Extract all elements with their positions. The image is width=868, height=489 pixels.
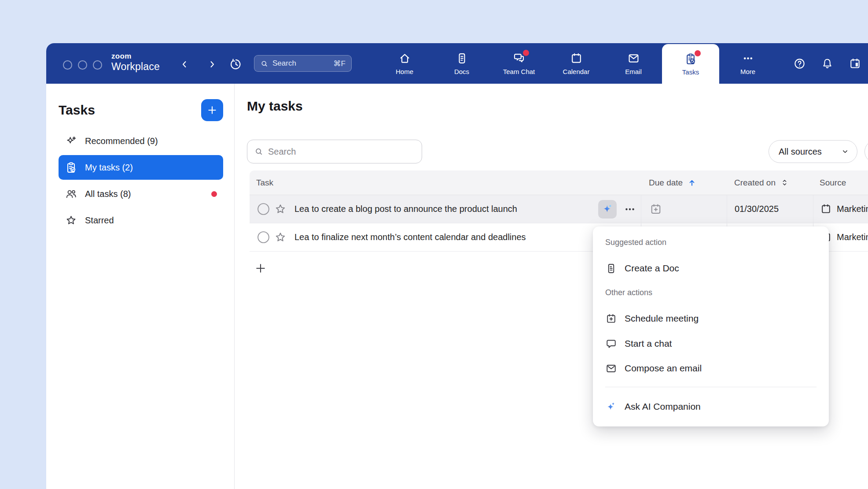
menu-item-schedule-meeting[interactable]: Schedule meeting <box>605 308 817 329</box>
task-checkbox[interactable] <box>257 230 270 244</box>
task-row[interactable]: Lea to create a blog post to announce th… <box>250 195 868 223</box>
sidebar-list: Recommended (9) My tasks (2) <box>59 129 223 233</box>
global-search[interactable]: ⌘F <box>254 55 352 72</box>
star-icon[interactable] <box>274 203 287 216</box>
column-label: Created on <box>734 178 776 188</box>
all-tasks-badge <box>211 191 217 197</box>
nav-label: Home <box>396 68 413 75</box>
created-on-cell: 01/30/2025 <box>727 195 813 223</box>
nav-item-calendar[interactable]: Calendar <box>548 43 605 84</box>
nav-item-more[interactable]: More <box>719 43 776 84</box>
notifications-button[interactable] <box>820 57 834 70</box>
window-controls <box>63 60 102 70</box>
column-header-due-date[interactable]: Due date <box>641 178 727 188</box>
brand-text: zoom <box>111 52 160 60</box>
global-search-input[interactable] <box>272 59 321 68</box>
sidebar-item-starred[interactable]: Starred <box>59 208 223 233</box>
chevron-down-icon <box>841 148 849 156</box>
calendar-icon <box>820 203 832 215</box>
plus-icon <box>254 262 267 275</box>
add-task-button[interactable] <box>253 261 268 276</box>
menu-item-ask-ai-companion[interactable]: Ask AI Companion <box>605 396 817 417</box>
app-bar-actions <box>793 57 861 70</box>
star-icon[interactable] <box>274 231 287 244</box>
sidebar-item-recommended[interactable]: Recommended (9) <box>59 129 223 153</box>
help-button[interactable] <box>793 57 806 70</box>
task-title: Lea to finalize next month’s content cal… <box>294 232 526 242</box>
nav-label: More <box>740 68 755 75</box>
menu-item-compose-email[interactable]: Compose an email <box>605 358 817 379</box>
column-header-task[interactable]: Task <box>250 178 641 188</box>
forward-button[interactable] <box>206 58 219 71</box>
nav-item-team-chat[interactable]: Team Chat <box>490 43 548 84</box>
sidebar-item-my-tasks[interactable]: My tasks (2) <box>59 155 223 180</box>
task-search-input[interactable] <box>268 147 415 157</box>
row-more-actions-button[interactable] <box>623 203 636 216</box>
team-chat-badge <box>523 50 529 56</box>
chevron-left-icon <box>179 59 190 70</box>
row-tools <box>598 200 641 219</box>
task-checkbox[interactable] <box>257 202 270 216</box>
nav-item-email[interactable]: Email <box>605 43 662 84</box>
ai-companion-button[interactable] <box>598 200 617 219</box>
envelope-icon <box>605 363 617 374</box>
sidebar-item-label: All tasks (8) <box>85 189 131 199</box>
task-cell: Lea to finalize next month’s content cal… <box>250 223 641 251</box>
ai-sparkle-icon <box>601 203 614 215</box>
menu-item-label: Schedule meeting <box>625 313 699 324</box>
email-icon <box>627 52 640 65</box>
nav-label: Calendar <box>563 68 590 75</box>
help-icon <box>793 57 806 70</box>
nav-item-docs[interactable]: Docs <box>433 43 490 84</box>
menu-item-create-doc[interactable]: Create a Doc <box>605 258 817 279</box>
app-window: zoom Workplace <box>46 43 868 489</box>
task-cell: Lea to create a blog post to announce th… <box>250 195 641 223</box>
due-date-cell[interactable] <box>641 195 727 223</box>
nav-label: Team Chat <box>503 68 535 75</box>
task-search[interactable] <box>247 140 422 163</box>
schedule-panel-button[interactable] <box>848 57 861 70</box>
home-icon <box>398 52 411 65</box>
new-task-button[interactable] <box>201 99 223 121</box>
source-value: Marketing <box>837 204 868 214</box>
column-label: Source <box>820 178 846 188</box>
menu-section-label: Other actions <box>605 288 817 297</box>
sort-ascending-icon <box>687 178 697 188</box>
sidebar-item-label: My tasks (2) <box>85 163 133 173</box>
search-icon <box>260 59 268 68</box>
menu-section-label: Suggested action <box>605 237 817 247</box>
page-title: My tasks <box>247 99 303 114</box>
history-clock-icon <box>229 58 243 71</box>
zoom-workplace-logo: zoom Workplace <box>111 52 160 72</box>
history-button[interactable] <box>229 58 243 71</box>
docs-icon <box>455 52 468 65</box>
window-minimize-button[interactable] <box>78 60 87 70</box>
nav-item-tasks[interactable]: Tasks <box>662 44 719 84</box>
sources-filter-dropdown[interactable]: All sources <box>769 140 857 163</box>
sources-filter-label: All sources <box>779 147 822 157</box>
screen: zoom Workplace <box>0 0 868 489</box>
more-icon <box>741 52 754 65</box>
sort-both-icon <box>780 178 789 187</box>
source-value: Marketing <box>837 232 868 242</box>
product-text: Workplace <box>111 62 160 72</box>
sidebar-item-label: Recommended (9) <box>85 136 158 146</box>
ai-sparkle-icon <box>605 401 617 413</box>
app-bar: zoom Workplace <box>46 43 868 84</box>
nav-label: Docs <box>454 68 469 75</box>
calendar-plus-icon <box>649 203 662 216</box>
back-button[interactable] <box>178 58 191 71</box>
sidebar-item-all-tasks[interactable]: All tasks (8) <box>59 182 223 206</box>
window-zoom-button[interactable] <box>93 60 102 70</box>
tasks-badge <box>695 50 701 56</box>
calendar-panel-icon <box>849 57 861 70</box>
column-header-source[interactable]: Source <box>813 178 868 188</box>
menu-item-start-chat[interactable]: Start a chat <box>605 333 817 354</box>
column-header-created-on[interactable]: Created on <box>727 178 813 188</box>
nav-item-home[interactable]: Home <box>376 43 433 84</box>
window-close-button[interactable] <box>63 60 72 70</box>
nav-label: Tasks <box>682 68 699 76</box>
people-icon <box>65 188 77 200</box>
menu-item-label: Create a Doc <box>625 263 679 274</box>
secondary-filter-button[interactable] <box>864 140 868 163</box>
